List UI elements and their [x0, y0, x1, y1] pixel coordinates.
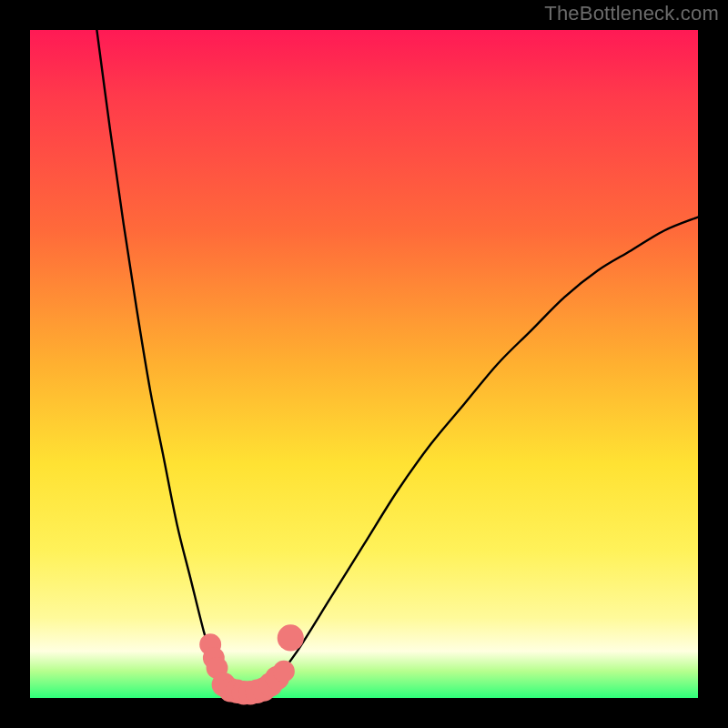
series-right-branch — [264, 217, 698, 692]
plot-area — [30, 30, 698, 698]
marker-point — [278, 624, 304, 651]
chart-frame: TheBottleneck.com — [0, 0, 728, 728]
watermark-text: TheBottleneck.com — [544, 2, 719, 25]
curve-svg — [30, 30, 698, 698]
series-left-branch — [96, 30, 237, 692]
marker-point — [273, 661, 295, 682]
